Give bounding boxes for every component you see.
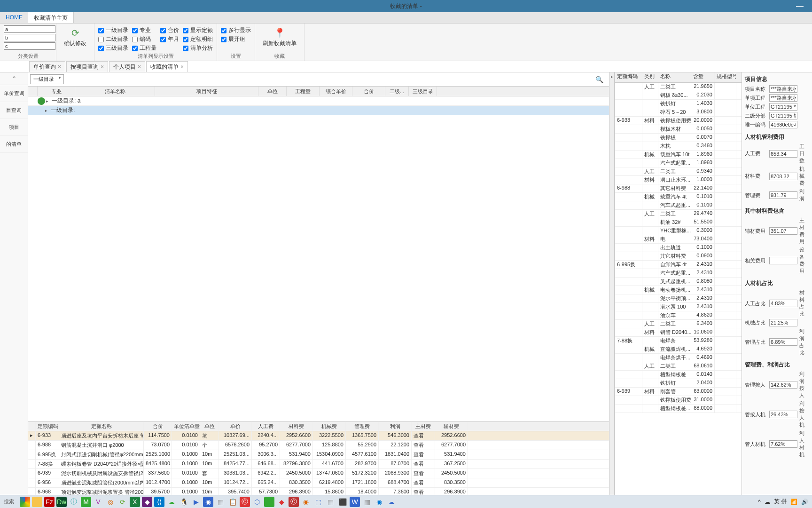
excel-icon[interactable]: X — [130, 497, 140, 507]
app-icon[interactable]: ⬛ — [337, 497, 348, 507]
app-icon[interactable]: ​ — [264, 497, 274, 507]
resource-row[interactable]: 汽车式起重...0.1010 — [615, 201, 742, 210]
resource-row[interactable]: 6-939材料刚套管63.0000 — [615, 388, 742, 396]
resource-row[interactable]: 电焊条烘干...0.4690 — [615, 354, 742, 362]
resource-row[interactable]: 材料钢管 D2040...10.0600 — [615, 328, 742, 337]
chevron-right-icon[interactable]: ▸ — [45, 108, 51, 113]
manage-pct-field[interactable] — [769, 338, 797, 346]
main-tree[interactable]: ▸ 一级目录: a ▸ 一级目录: — [28, 96, 609, 421]
taskbar-search[interactable]: 搜索 — [4, 498, 14, 505]
resource-row[interactable]: 6-988其它材料费22.1400 — [615, 184, 742, 193]
resource-row[interactable]: 人工二类工21.9650 — [615, 83, 742, 91]
classify-input-c[interactable] — [4, 42, 55, 50]
app-icon[interactable]: Ⓒ — [240, 497, 250, 507]
close-icon[interactable]: × — [138, 64, 141, 70]
resource-row[interactable]: 槽型钢板桩0.0140 — [615, 371, 742, 379]
resource-row[interactable]: 6-995换自卸汽车 4t2.4310 — [615, 261, 742, 269]
nav-price-query[interactable]: 单价查询 — [0, 85, 28, 102]
app-icon[interactable]: ◆ — [276, 497, 287, 507]
resource-row[interactable]: 材料洞口止水环...1.0000 — [615, 176, 742, 184]
app-icon[interactable]: ⟳ — [117, 497, 128, 507]
table-row[interactable]: 6-995换封闭式顶进切削机械(管径φ2200mm以...2525.10000.… — [28, 450, 609, 460]
material-cost-field[interactable] — [769, 173, 797, 180]
edge-icon[interactable]: ◉ — [374, 497, 384, 507]
chrome-icon[interactable]: ​ — [20, 497, 30, 507]
table-row[interactable]: 7-88换碳素钢板卷管 D2040*20焊接外径×壁...8425.48000.… — [28, 460, 609, 469]
resource-row[interactable]: 木枕0.3460 — [615, 142, 742, 151]
app-icon[interactable]: ◎ — [105, 497, 116, 507]
app-icon[interactable]: ▦ — [362, 497, 372, 507]
explorer-icon[interactable]: ​ — [32, 497, 42, 507]
check-qty[interactable]: 工程量 — [132, 44, 156, 52]
subtab-fav-list[interactable]: 收藏的清单× — [146, 61, 188, 72]
resource-row[interactable]: 机械电动卷扬机...2.4310 — [615, 286, 742, 294]
filezilla-icon[interactable]: Fz — [44, 497, 55, 507]
resource-row[interactable]: 叉式起重机...0.8080 — [615, 278, 742, 286]
app-icon[interactable]: Ⓒ — [289, 497, 299, 507]
wechat-icon[interactable]: ☁ — [166, 497, 177, 507]
resource-row[interactable]: 人工二类工68.0610 — [615, 362, 742, 371]
refresh-fav-button[interactable]: 📍 刷新收藏清单 — [259, 25, 300, 49]
tab-home[interactable]: HOME — [0, 12, 28, 23]
aux-material-field[interactable] — [769, 227, 797, 235]
app-icon[interactable]: ◉ — [203, 497, 213, 507]
check-ny[interactable]: 年月 — [160, 35, 179, 43]
taskbar[interactable]: 搜索 ​ ​ Fz Dw ⓘ M V ◎ ⟳ X ◆ ⟨⟩ ☁ 🐧 ▶ ◉ ▦ … — [0, 495, 812, 508]
project-name-field[interactable] — [769, 85, 797, 93]
resource-row[interactable]: 铁扒钉1.4030 — [615, 100, 742, 108]
check-l2[interactable]: 二级目录 — [98, 35, 128, 43]
collapse-handle[interactable]: ▸ — [609, 72, 615, 497]
manage-by-labor-field[interactable] — [769, 381, 797, 389]
quota-grid[interactable]: 定额编码定额名称合价单位清单量单位单价人工费材料费机械费管理费利润主材费辅材费 … — [28, 421, 609, 497]
subtab-price[interactable]: 单价查询× — [29, 61, 65, 72]
resource-row[interactable]: 油泵车4.8620 — [615, 311, 742, 320]
close-icon[interactable]: × — [58, 64, 61, 70]
app-icon[interactable]: M — [81, 497, 91, 507]
search-icon[interactable]: 🔍 — [595, 76, 603, 83]
resource-row[interactable]: 机械载重汽车 10t1.8960 — [615, 151, 742, 159]
subtab-project-query[interactable]: 按项目查询× — [66, 61, 108, 72]
resource-row[interactable]: 人工二类工29.4740 — [615, 210, 742, 218]
tray-cloud-icon[interactable]: ☁ — [765, 499, 770, 505]
resource-row[interactable]: 出土轨道0.1000 — [615, 244, 742, 252]
volume-icon[interactable]: 🔊 — [801, 499, 808, 505]
tree-row[interactable]: ▸ 一级目录: — [28, 106, 609, 115]
resource-row[interactable]: 潜水泵 1002.4310 — [615, 303, 742, 311]
app-icon[interactable]: ⬚ — [313, 497, 323, 507]
second-level-field[interactable] — [769, 112, 797, 119]
confirm-modify-button[interactable]: ⟳ 确认修改 — [60, 25, 90, 49]
check-hj[interactable]: 合价 — [160, 26, 179, 34]
app-icon[interactable]: ⬡ — [252, 497, 262, 507]
unique-code-field[interactable] — [769, 121, 797, 128]
resource-row[interactable]: 6-933材料铁撑板使用费20.0000 — [615, 117, 742, 125]
resource-row[interactable]: 其它材料费0.0900 — [615, 252, 742, 261]
subtab-personal[interactable]: 个人项目× — [109, 61, 145, 72]
system-tray[interactable]: ^ ☁ 英 拼 📶 🔊 — [758, 498, 808, 506]
close-icon[interactable]: × — [101, 64, 104, 70]
app-icon[interactable]: ⓘ — [69, 497, 79, 507]
resource-row[interactable]: 汽车式起重...2.4310 — [615, 269, 742, 278]
resource-row[interactable]: 机械直流弧焊机...4.6920 — [615, 345, 742, 354]
resource-row[interactable]: 材料电73.0400 — [615, 235, 742, 244]
app-icon[interactable]: ▦ — [215, 497, 226, 507]
dreamweaver-icon[interactable]: Dw — [56, 497, 67, 507]
nav-fav-list[interactable]: 的清单 — [0, 136, 28, 153]
resource-row[interactable]: 碎石 5～203.0800 — [615, 108, 742, 117]
tree-row[interactable]: ▸ 一级目录: a — [28, 96, 609, 106]
ime-indicator[interactable]: 英 拼 — [774, 498, 787, 506]
app-icon[interactable]: V — [93, 497, 103, 507]
machine-pct-field[interactable] — [769, 319, 797, 326]
tab-main[interactable]: 收藏清单主页 — [28, 12, 74, 23]
table-row[interactable]: ▸6-933顶进后座及坑内平台安拆枋木后座 每坑...114.75000.010… — [28, 431, 609, 441]
app-icon[interactable]: ☁ — [386, 497, 397, 507]
classify-input-b[interactable] — [4, 34, 55, 41]
resource-row[interactable]: 汽车式起重...1.8960 — [615, 159, 742, 167]
check-l1[interactable]: 一级目录 — [98, 26, 128, 34]
check-l3[interactable]: 三级目录 — [98, 44, 128, 52]
check-qdfx[interactable]: 清单分析 — [183, 44, 213, 52]
table-row[interactable]: 6-956顶进触变泥浆减阻管径(2000mm以内)1012.47000.1000… — [28, 478, 609, 488]
app-icon[interactable]: W — [350, 497, 360, 507]
visualstudio-icon[interactable]: ◆ — [142, 497, 152, 507]
check-demx[interactable]: 定额明细 — [183, 35, 213, 43]
close-icon[interactable]: × — [180, 64, 184, 70]
